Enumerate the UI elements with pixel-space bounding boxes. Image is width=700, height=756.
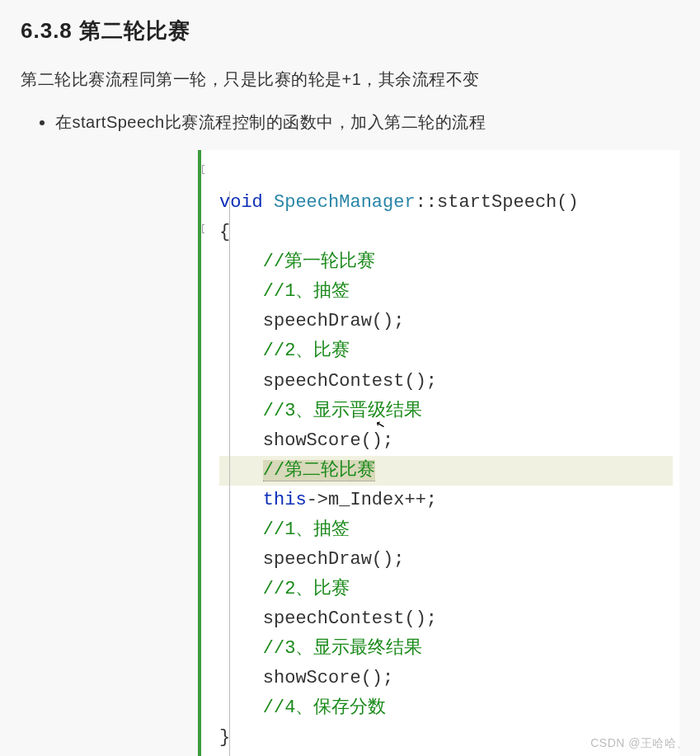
line-contest1: speechContest(); — [263, 371, 437, 392]
comment-contest2: //2、比赛 — [263, 579, 350, 599]
code-container: void SpeechManager::startSpeech() { //第一… — [198, 150, 679, 756]
bullet-list: 在startSpeech比赛流程控制的函数中，加入第二轮的流程 — [55, 111, 679, 134]
comment-show1: //3、显示晋级结果 — [263, 401, 423, 421]
line-contest2: speechContest(); — [263, 608, 437, 629]
comment-save: //4、保存分数 — [263, 697, 387, 718]
keyword-void: void — [219, 192, 263, 213]
line-draw1: speechDraw(); — [263, 311, 405, 331]
line-index-tail: ->m_Index++; — [307, 490, 437, 510]
section-paragraph: 第二轮比赛流程同第一轮，只是比赛的轮是+1，其余流程不变 — [21, 68, 679, 91]
line-draw2: speechDraw(); — [263, 549, 405, 570]
line-show2: showScore(); — [263, 668, 393, 688]
type-name: SpeechManager — [274, 192, 416, 213]
comment-round2: //第二轮比赛 — [263, 460, 375, 481]
comment-show2: //3、显示最终结果 — [263, 638, 423, 659]
comment-round1: //第一轮比赛 — [263, 251, 375, 272]
code-block: void SpeechManager::startSpeech() { //第一… — [204, 150, 679, 756]
list-item: 在startSpeech比赛流程控制的函数中，加入第二轮的流程 — [55, 111, 679, 134]
comment-draw2: //1、抽签 — [263, 519, 350, 540]
line-show1: showScore(); — [263, 430, 393, 451]
watermark: CSDN @王哈哈、 — [590, 736, 688, 751]
keyword-this: this — [263, 490, 307, 510]
fn-decl-tail: ::startSpeech() — [416, 192, 579, 213]
section-heading: 6.3.8 第二轮比赛 — [21, 16, 679, 45]
comment-draw1: //1、抽签 — [263, 281, 350, 302]
comment-contest1: //2、比赛 — [263, 340, 350, 361]
